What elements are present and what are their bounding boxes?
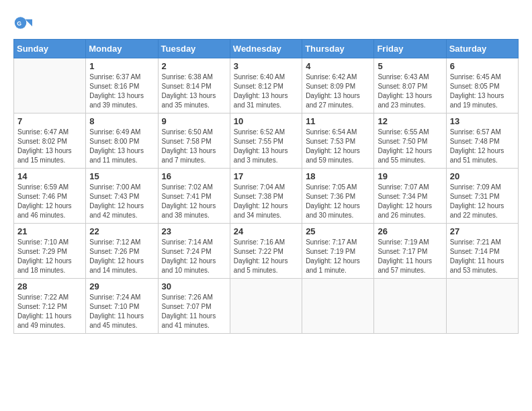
day-info: Sunrise: 6:43 AM Sunset: 8:07 PM Dayligh… (378, 73, 442, 110)
calendar-cell: 23Sunrise: 7:14 AM Sunset: 7:24 PM Dayli… (158, 224, 230, 279)
day-number: 18 (306, 171, 370, 181)
day-number: 6 (450, 61, 515, 71)
day-info: Sunrise: 6:52 AM Sunset: 7:55 PM Dayligh… (234, 128, 298, 165)
calendar-cell: 27Sunrise: 7:21 AM Sunset: 7:14 PM Dayli… (446, 224, 518, 279)
day-info: Sunrise: 6:37 AM Sunset: 8:16 PM Dayligh… (89, 73, 154, 110)
calendar-cell: 14Sunrise: 6:59 AM Sunset: 7:46 PM Dayli… (14, 169, 86, 224)
calendar-cell: 22Sunrise: 7:12 AM Sunset: 7:26 PM Dayli… (86, 224, 158, 279)
calendar-cell: 5Sunrise: 6:43 AM Sunset: 8:07 PM Daylig… (374, 58, 446, 113)
calendar-cell: 11Sunrise: 6:54 AM Sunset: 7:53 PM Dayli… (302, 113, 374, 169)
day-info: Sunrise: 6:42 AM Sunset: 8:09 PM Dayligh… (306, 73, 370, 110)
calendar-cell: 4Sunrise: 6:42 AM Sunset: 8:09 PM Daylig… (302, 58, 374, 113)
day-of-week-header: Monday (86, 40, 158, 58)
calendar-cell (374, 279, 446, 334)
calendar-cell (446, 279, 518, 334)
calendar-cell: 29Sunrise: 7:24 AM Sunset: 7:10 PM Dayli… (86, 279, 158, 334)
day-info: Sunrise: 7:05 AM Sunset: 7:36 PM Dayligh… (306, 183, 370, 220)
day-info: Sunrise: 7:07 AM Sunset: 7:34 PM Dayligh… (378, 183, 442, 220)
calendar-cell: 6Sunrise: 6:45 AM Sunset: 8:05 PM Daylig… (446, 58, 518, 113)
day-info: Sunrise: 7:17 AM Sunset: 7:19 PM Dayligh… (306, 238, 370, 275)
day-number: 8 (89, 116, 154, 126)
day-info: Sunrise: 6:47 AM Sunset: 8:02 PM Dayligh… (17, 128, 82, 165)
calendar-week-row: 21Sunrise: 7:10 AM Sunset: 7:29 PM Dayli… (14, 224, 519, 279)
day-info: Sunrise: 7:09 AM Sunset: 7:31 PM Dayligh… (450, 183, 515, 220)
calendar-cell: 17Sunrise: 7:04 AM Sunset: 7:38 PM Dayli… (230, 169, 302, 224)
calendar-cell (230, 279, 302, 334)
calendar-week-row: 1Sunrise: 6:37 AM Sunset: 8:16 PM Daylig… (14, 58, 519, 113)
day-number: 16 (162, 171, 226, 181)
calendar-cell: 19Sunrise: 7:07 AM Sunset: 7:34 PM Dayli… (374, 169, 446, 224)
day-number: 19 (378, 171, 442, 181)
calendar-cell: 12Sunrise: 6:55 AM Sunset: 7:50 PM Dayli… (374, 113, 446, 169)
day-info: Sunrise: 7:24 AM Sunset: 7:10 PM Dayligh… (89, 293, 154, 330)
day-number: 14 (17, 171, 82, 181)
day-info: Sunrise: 7:16 AM Sunset: 7:22 PM Dayligh… (234, 238, 298, 275)
day-number: 10 (234, 116, 298, 126)
day-number: 9 (162, 116, 226, 126)
day-info: Sunrise: 7:02 AM Sunset: 7:41 PM Dayligh… (162, 183, 226, 220)
calendar-week-row: 14Sunrise: 6:59 AM Sunset: 7:46 PM Dayli… (14, 169, 519, 224)
day-number: 26 (378, 226, 442, 236)
day-number: 7 (17, 116, 82, 126)
calendar-week-row: 7Sunrise: 6:47 AM Sunset: 8:02 PM Daylig… (14, 113, 519, 169)
day-info: Sunrise: 7:00 AM Sunset: 7:43 PM Dayligh… (89, 183, 154, 220)
day-of-week-header: Friday (374, 40, 446, 58)
day-number: 3 (234, 61, 298, 71)
day-number: 29 (89, 281, 154, 291)
calendar-cell: 26Sunrise: 7:19 AM Sunset: 7:17 PM Dayli… (374, 224, 446, 279)
day-number: 4 (306, 61, 370, 71)
calendar-cell: 21Sunrise: 7:10 AM Sunset: 7:29 PM Dayli… (14, 224, 86, 279)
calendar-week-row: 28Sunrise: 7:22 AM Sunset: 7:12 PM Dayli… (14, 279, 519, 334)
day-info: Sunrise: 6:38 AM Sunset: 8:14 PM Dayligh… (162, 73, 226, 110)
day-number: 2 (162, 61, 226, 71)
calendar-cell (302, 279, 374, 334)
day-of-week-header: Sunday (14, 40, 86, 58)
day-info: Sunrise: 6:59 AM Sunset: 7:46 PM Dayligh… (17, 183, 82, 220)
day-info: Sunrise: 6:50 AM Sunset: 7:58 PM Dayligh… (162, 128, 226, 165)
calendar-cell: 13Sunrise: 6:57 AM Sunset: 7:48 PM Dayli… (446, 113, 518, 169)
calendar-cell (14, 58, 86, 113)
day-info: Sunrise: 7:22 AM Sunset: 7:12 PM Dayligh… (17, 293, 82, 330)
calendar-cell: 3Sunrise: 6:40 AM Sunset: 8:12 PM Daylig… (230, 58, 302, 113)
day-info: Sunrise: 7:19 AM Sunset: 7:17 PM Dayligh… (378, 238, 442, 275)
day-info: Sunrise: 7:14 AM Sunset: 7:24 PM Dayligh… (162, 238, 226, 275)
day-of-week-header: Thursday (302, 40, 374, 58)
calendar-cell: 28Sunrise: 7:22 AM Sunset: 7:12 PM Dayli… (14, 279, 86, 334)
calendar-cell: 16Sunrise: 7:02 AM Sunset: 7:41 PM Dayli… (158, 169, 230, 224)
day-number: 11 (306, 116, 370, 126)
day-number: 22 (89, 226, 154, 236)
calendar-header-row: SundayMondayTuesdayWednesdayThursdayFrid… (14, 40, 519, 58)
day-info: Sunrise: 7:26 AM Sunset: 7:07 PM Dayligh… (162, 293, 226, 330)
day-info: Sunrise: 7:12 AM Sunset: 7:26 PM Dayligh… (89, 238, 154, 275)
day-of-week-header: Wednesday (230, 40, 302, 58)
calendar-cell: 20Sunrise: 7:09 AM Sunset: 7:31 PM Dayli… (446, 169, 518, 224)
day-info: Sunrise: 6:49 AM Sunset: 8:00 PM Dayligh… (89, 128, 154, 165)
svg-text:G: G (17, 20, 21, 27)
day-number: 12 (378, 116, 442, 126)
day-info: Sunrise: 7:10 AM Sunset: 7:29 PM Dayligh… (17, 238, 82, 275)
page-header: G (13, 13, 519, 32)
day-info: Sunrise: 6:40 AM Sunset: 8:12 PM Dayligh… (234, 73, 298, 110)
day-number: 21 (17, 226, 82, 236)
day-of-week-header: Tuesday (158, 40, 230, 58)
day-info: Sunrise: 7:04 AM Sunset: 7:38 PM Dayligh… (234, 183, 298, 220)
logo: G (13, 13, 35, 32)
calendar-cell: 8Sunrise: 6:49 AM Sunset: 8:00 PM Daylig… (86, 113, 158, 169)
day-number: 17 (234, 171, 298, 181)
calendar-table: SundayMondayTuesdayWednesdayThursdayFrid… (13, 39, 519, 334)
day-info: Sunrise: 6:45 AM Sunset: 8:05 PM Dayligh… (450, 73, 515, 110)
calendar-cell: 7Sunrise: 6:47 AM Sunset: 8:02 PM Daylig… (14, 113, 86, 169)
day-number: 27 (450, 226, 515, 236)
logo-icon: G (13, 13, 32, 32)
calendar-cell: 18Sunrise: 7:05 AM Sunset: 7:36 PM Dayli… (302, 169, 374, 224)
day-number: 15 (89, 171, 154, 181)
day-info: Sunrise: 6:55 AM Sunset: 7:50 PM Dayligh… (378, 128, 442, 165)
day-number: 30 (162, 281, 226, 291)
day-number: 5 (378, 61, 442, 71)
day-info: Sunrise: 6:57 AM Sunset: 7:48 PM Dayligh… (450, 128, 515, 165)
day-info: Sunrise: 6:54 AM Sunset: 7:53 PM Dayligh… (306, 128, 370, 165)
day-number: 24 (234, 226, 298, 236)
day-number: 28 (17, 281, 82, 291)
calendar-cell: 24Sunrise: 7:16 AM Sunset: 7:22 PM Dayli… (230, 224, 302, 279)
calendar-cell: 10Sunrise: 6:52 AM Sunset: 7:55 PM Dayli… (230, 113, 302, 169)
